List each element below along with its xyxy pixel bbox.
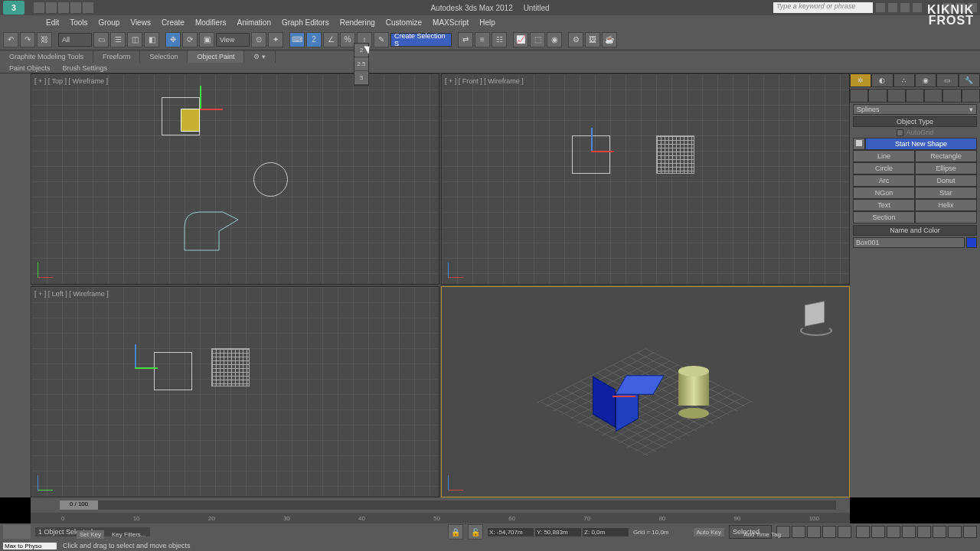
qat-redo-icon[interactable] bbox=[70, 2, 81, 13]
qat-open-icon[interactable] bbox=[46, 2, 57, 13]
snap-option-3[interactable]: 3 bbox=[354, 71, 368, 85]
ribbon-tab-1[interactable]: Freeform bbox=[93, 51, 141, 63]
qat-more-icon[interactable] bbox=[83, 2, 93, 13]
link-icon[interactable]: ⛓ bbox=[37, 32, 52, 47]
favorites-icon[interactable] bbox=[900, 3, 910, 12]
goto-end-icon[interactable] bbox=[838, 526, 851, 538]
zoom-all-icon[interactable] bbox=[871, 526, 885, 538]
time-slider[interactable]: 0 / 100 bbox=[60, 500, 836, 510]
schematic-icon[interactable]: ⬚ bbox=[530, 32, 545, 47]
create-arc-button[interactable]: Arc bbox=[853, 174, 915, 187]
menu-create[interactable]: Create bbox=[162, 18, 185, 27]
create-ngon-button[interactable]: NGon bbox=[853, 187, 915, 199]
undo-icon[interactable]: ↶ bbox=[3, 32, 18, 47]
modify-tab-icon[interactable]: ◐ bbox=[871, 73, 893, 87]
subribbon-brush-settings[interactable]: Brush Settings bbox=[57, 64, 114, 72]
render-frame-icon[interactable]: 🖼 bbox=[585, 32, 600, 47]
lock-selection-icon[interactable] bbox=[3, 525, 31, 539]
create-circle-button[interactable]: Circle bbox=[853, 162, 915, 174]
menu-group[interactable]: Group bbox=[99, 18, 120, 27]
setkey-button[interactable]: Set Key bbox=[77, 530, 104, 539]
lights-icon[interactable] bbox=[887, 89, 906, 103]
select-icon[interactable]: ▭ bbox=[93, 32, 109, 47]
qat-new-icon[interactable] bbox=[34, 2, 44, 13]
help-icon[interactable] bbox=[913, 3, 922, 12]
prev-frame-icon[interactable] bbox=[792, 526, 805, 538]
selection-filter[interactable]: All bbox=[58, 33, 92, 47]
ref-coord-system[interactable]: View bbox=[216, 33, 250, 47]
object-color-swatch[interactable] bbox=[966, 237, 977, 248]
move-icon[interactable]: ✥ bbox=[165, 32, 181, 47]
zoom-extents-icon[interactable] bbox=[887, 526, 900, 538]
redo-icon[interactable]: ↷ bbox=[20, 32, 35, 47]
viewport-label-front[interactable]: [ + ] [ Front ] [ Wireframe ] bbox=[445, 77, 524, 85]
curve-editor-icon[interactable]: 📈 bbox=[513, 32, 528, 47]
menu-rendering[interactable]: Rendering bbox=[340, 18, 375, 27]
create-star-button[interactable]: Star bbox=[915, 187, 977, 199]
cameras-icon[interactable] bbox=[906, 89, 924, 103]
subscription-icon[interactable] bbox=[888, 3, 897, 12]
viewport-left[interactable]: [ + ] [ Left ] [ Wireframe ] bbox=[31, 286, 439, 497]
create-ellipse-button[interactable]: Ellipse bbox=[915, 162, 977, 174]
create-rectangle-button[interactable]: Rectangle bbox=[915, 150, 977, 162]
orbit-icon[interactable] bbox=[948, 526, 962, 538]
edit-named-sel-icon[interactable]: ✎ bbox=[374, 32, 389, 47]
systems-icon[interactable] bbox=[962, 89, 980, 103]
ribbon-tab-2[interactable]: Selection bbox=[140, 51, 188, 63]
addtimetag-button[interactable]: Add Time Tag bbox=[743, 531, 781, 538]
maximize-viewport-icon[interactable] bbox=[963, 526, 977, 538]
hierarchy-tab-icon[interactable]: ⛬ bbox=[893, 73, 915, 87]
viewport-top[interactable]: [ + ] [ Top ] [ Wireframe ] bbox=[31, 73, 439, 285]
app-icon[interactable]: 3 bbox=[3, 1, 24, 15]
menu-customize[interactable]: Customize bbox=[386, 18, 422, 27]
menu-tools[interactable]: Tools bbox=[70, 18, 87, 27]
viewport-perspective[interactable] bbox=[441, 286, 850, 497]
layers-icon[interactable]: ☷ bbox=[492, 32, 507, 47]
ribbon-config-icon[interactable]: ⚙ ▾ bbox=[244, 51, 276, 63]
display-tab-icon[interactable]: ▭ bbox=[936, 73, 958, 87]
fov-icon[interactable] bbox=[917, 526, 931, 538]
snap-2-icon[interactable]: 2 bbox=[306, 32, 322, 47]
start-new-shape-button[interactable]: Start New Shape bbox=[865, 138, 977, 150]
ribbon-tab-0[interactable]: Graphite Modeling Tools bbox=[0, 51, 93, 63]
viewport-label-top[interactable]: [ + ] [ Top ] [ Wireframe ] bbox=[34, 77, 108, 85]
pivot-icon[interactable]: ⊙ bbox=[251, 32, 266, 47]
search-input[interactable]: Type a keyword or phrase bbox=[773, 2, 873, 13]
snap-option-2.5[interactable]: 2.5 bbox=[354, 57, 368, 71]
motion-tab-icon[interactable]: ◉ bbox=[915, 73, 936, 87]
menu-animation[interactable]: Animation bbox=[237, 18, 270, 27]
create-tab-icon[interactable]: ✲ bbox=[850, 73, 871, 87]
angle-snap-icon[interactable]: ∠ bbox=[323, 32, 338, 47]
autogrid-checkbox[interactable] bbox=[897, 129, 903, 136]
next-frame-icon[interactable] bbox=[822, 526, 836, 538]
menu-maxscript[interactable]: MAXScript bbox=[433, 18, 469, 27]
helpers-icon[interactable] bbox=[924, 89, 942, 103]
menu-modifiers[interactable]: Modifiers bbox=[195, 18, 227, 27]
menu-views[interactable]: Views bbox=[130, 18, 151, 27]
keyfilters-button[interactable]: Key Filters... bbox=[112, 531, 145, 538]
viewcube[interactable] bbox=[803, 302, 834, 333]
pan-icon[interactable] bbox=[933, 526, 946, 538]
create-helix-button[interactable]: Helix bbox=[915, 199, 977, 211]
menu-edit[interactable]: Edit bbox=[46, 18, 59, 27]
geometry-icon[interactable] bbox=[850, 89, 868, 103]
create-line-button[interactable]: Line bbox=[853, 150, 915, 162]
create-section-button[interactable]: Section bbox=[853, 211, 915, 223]
select-region-icon[interactable]: ◫ bbox=[127, 32, 142, 47]
align-icon[interactable]: ≡ bbox=[475, 32, 490, 47]
infocenter-icon[interactable] bbox=[876, 3, 885, 12]
rollout-object-type[interactable]: Object Type bbox=[853, 116, 977, 127]
qat-undo-icon[interactable] bbox=[58, 2, 69, 13]
named-selection-set[interactable]: Create Selection S bbox=[390, 33, 452, 47]
material-editor-icon[interactable]: ◉ bbox=[547, 32, 562, 47]
ribbon-tab-3[interactable]: Object Paint bbox=[188, 51, 244, 63]
subribbon-paint-objects[interactable]: Paint Objects bbox=[3, 64, 57, 72]
scene-box[interactable] bbox=[596, 381, 642, 427]
zoom-icon[interactable] bbox=[856, 526, 870, 538]
window-crossing-icon[interactable]: ◧ bbox=[144, 32, 159, 47]
scene-cylinder[interactable] bbox=[678, 371, 709, 413]
object-name-input[interactable] bbox=[853, 237, 965, 248]
zoom-extents-all-icon[interactable] bbox=[902, 526, 916, 538]
menu-graph-editors[interactable]: Graph Editors bbox=[282, 18, 329, 27]
scale-icon[interactable]: ▣ bbox=[199, 32, 214, 47]
